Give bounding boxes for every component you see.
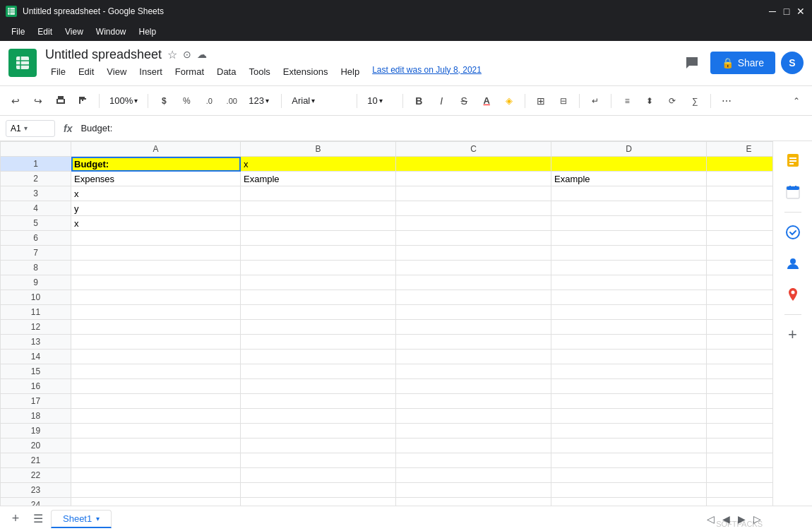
cell-22-4[interactable]: [707, 468, 773, 483]
row-header-20[interactable]: 20: [1, 438, 71, 453]
cell-19-2[interactable]: [396, 424, 551, 438]
row-header-2[interactable]: 2: [1, 172, 71, 186]
cell-16-2[interactable]: [396, 379, 551, 394]
contacts-panel-button[interactable]: [779, 249, 807, 278]
cell-11-2[interactable]: [396, 305, 551, 320]
cell-15-1[interactable]: [241, 364, 396, 379]
cell-22-2[interactable]: [396, 468, 551, 483]
grid-wrapper[interactable]: ABCDEFG 1Budget:x2ExpensesExampleExample…: [0, 141, 772, 506]
row-header-13[interactable]: 13: [1, 335, 71, 350]
system-menu-edit[interactable]: Edit: [32, 25, 58, 38]
cell-4-3[interactable]: [551, 201, 707, 216]
maps-panel-button[interactable]: [779, 280, 807, 309]
undo-button[interactable]: ↩: [6, 91, 25, 111]
cell-21-4[interactable]: [707, 453, 773, 468]
cell-1-3[interactable]: [551, 157, 707, 172]
cell-6-0[interactable]: [71, 231, 241, 246]
merge-button[interactable]: ⊟: [554, 91, 573, 111]
close-button[interactable]: ✕: [795, 6, 806, 17]
row-header-8[interactable]: 8: [1, 261, 71, 275]
col-header-B[interactable]: B: [241, 142, 396, 157]
cell-1-0[interactable]: Budget:: [71, 157, 241, 172]
keep-panel-button[interactable]: [779, 147, 807, 175]
cell-24-4[interactable]: [707, 498, 773, 506]
cell-11-1[interactable]: [241, 305, 396, 320]
cell-24-2[interactable]: [396, 498, 551, 506]
user-avatar[interactable]: S: [781, 52, 804, 74]
col-header-C[interactable]: C: [396, 142, 551, 157]
row-header-1[interactable]: 1: [1, 157, 71, 172]
nav-tools[interactable]: Tools: [243, 65, 275, 78]
cell-17-0[interactable]: [71, 394, 241, 409]
row-header-5[interactable]: 5: [1, 216, 71, 231]
cell-18-0[interactable]: [71, 409, 241, 424]
cell-17-4[interactable]: [707, 394, 773, 409]
cell-11-4[interactable]: [707, 305, 773, 320]
cell-20-2[interactable]: [396, 438, 551, 453]
cell-4-2[interactable]: [396, 201, 551, 216]
cell-19-3[interactable]: [551, 424, 707, 438]
cell-15-2[interactable]: [396, 364, 551, 379]
scroll-first-button[interactable]: ◁: [703, 512, 717, 526]
cell-23-4[interactable]: [707, 483, 773, 498]
cell-8-0[interactable]: [71, 261, 241, 275]
cell-20-0[interactable]: [71, 438, 241, 453]
decimal-inc-button[interactable]: .00: [222, 91, 241, 111]
cell-9-1[interactable]: [241, 275, 396, 290]
cloud-icon[interactable]: ☁: [197, 49, 207, 60]
nav-extensions[interactable]: Extensions: [277, 65, 334, 78]
decimal-dec-button[interactable]: .0: [199, 91, 219, 111]
cell-6-1[interactable]: [241, 231, 396, 246]
system-menu-window[interactable]: Window: [90, 25, 132, 38]
cell-24-1[interactable]: [241, 498, 396, 506]
cell-5-3[interactable]: [551, 216, 707, 231]
more-button[interactable]: ⋯: [717, 91, 736, 111]
cell-22-3[interactable]: [551, 468, 707, 483]
wrap-button[interactable]: ↵: [585, 91, 605, 111]
cell-ref-dropdown-icon[interactable]: ▾: [24, 124, 28, 132]
cell-10-2[interactable]: [396, 290, 551, 305]
row-header-4[interactable]: 4: [1, 201, 71, 216]
formula-input[interactable]: Budget:: [80, 123, 806, 133]
comment-button[interactable]: [679, 50, 705, 76]
cell-9-2[interactable]: [396, 275, 551, 290]
cell-20-1[interactable]: [241, 438, 396, 453]
col-header-D[interactable]: D: [551, 142, 707, 157]
col-header-A[interactable]: A: [71, 142, 241, 157]
cell-2-4[interactable]: [707, 172, 773, 186]
cell-19-0[interactable]: [71, 424, 241, 438]
borders-button[interactable]: ⊞: [531, 91, 551, 111]
cell-4-4[interactable]: [707, 201, 773, 216]
cell-9-3[interactable]: [551, 275, 707, 290]
nav-help[interactable]: Help: [335, 65, 365, 78]
cell-8-2[interactable]: [396, 261, 551, 275]
cell-3-1[interactable]: [241, 186, 396, 201]
cell-12-2[interactable]: [396, 320, 551, 335]
strikethrough-button[interactable]: S: [454, 91, 474, 111]
sheet-tab-dropdown[interactable]: ▾: [96, 515, 100, 523]
cell-20-3[interactable]: [551, 438, 707, 453]
row-header-17[interactable]: 17: [1, 394, 71, 409]
cell-18-3[interactable]: [551, 409, 707, 424]
v-align-button[interactable]: ⬍: [640, 91, 659, 111]
nav-file[interactable]: File: [45, 65, 71, 78]
cell-10-0[interactable]: [71, 290, 241, 305]
cell-1-4[interactable]: [707, 157, 773, 172]
cell-14-1[interactable]: [241, 350, 396, 364]
font-family-dropdown[interactable]: Arial ▾: [287, 91, 351, 111]
sheet-tab-sheet1[interactable]: Sheet1 ▾: [51, 510, 112, 528]
function-button[interactable]: ∑: [685, 91, 705, 111]
cell-23-1[interactable]: [241, 483, 396, 498]
collapse-toolbar-button[interactable]: ⌃: [787, 91, 806, 111]
nav-edit[interactable]: Edit: [73, 65, 100, 78]
corner-header[interactable]: [1, 142, 71, 157]
row-header-21[interactable]: 21: [1, 453, 71, 468]
redo-button[interactable]: ↪: [28, 91, 48, 111]
cell-15-0[interactable]: [71, 364, 241, 379]
cell-18-2[interactable]: [396, 409, 551, 424]
row-header-19[interactable]: 19: [1, 424, 71, 438]
row-header-9[interactable]: 9: [1, 275, 71, 290]
cell-10-1[interactable]: [241, 290, 396, 305]
cell-12-4[interactable]: [707, 320, 773, 335]
cell-21-2[interactable]: [396, 453, 551, 468]
